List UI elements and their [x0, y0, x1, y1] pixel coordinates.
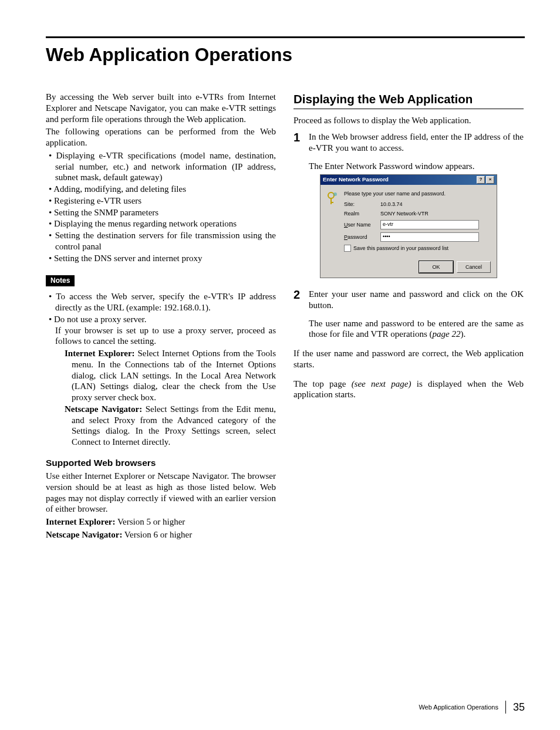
- after-para-1: If the user name and password are correc…: [294, 348, 524, 370]
- right-column: Displaying the Web Application Proceed a…: [294, 92, 524, 542]
- page-ref: page 22: [433, 329, 461, 339]
- key-icon: [326, 191, 339, 256]
- operations-list: Displaying e-VTR specifications (model n…: [46, 150, 276, 264]
- op-item: Displaying e-VTR specifications (model n…: [55, 150, 276, 183]
- footer-separator: [505, 701, 506, 714]
- realm-value: SONY Network-VTR: [380, 211, 491, 217]
- svg-rect-1: [330, 198, 332, 204]
- save-password-row[interactable]: Save this password in your password list: [344, 245, 491, 252]
- ie-version: Internet Explorer: Version 5 or higher: [46, 516, 276, 528]
- password-label: Password: [344, 234, 380, 241]
- step1-text-a: In the Web browser address field, enter …: [309, 131, 524, 154]
- close-icon[interactable]: ×: [486, 176, 494, 184]
- site-value: 10.0.3.74: [380, 201, 491, 208]
- left-column: By accessing the Web server built into e…: [46, 92, 276, 542]
- nn-ver-label: Netscape Navigator:: [46, 530, 122, 539]
- password-input[interactable]: ••••: [380, 232, 479, 242]
- browsers-heading: Supported Web browsers: [46, 457, 276, 468]
- step-number: 1: [294, 131, 302, 171]
- right-intro: Proceed as follows to display the Web ap…: [294, 115, 524, 126]
- page-title: Web Application Operations: [46, 44, 525, 66]
- nn-version: Netscape Navigator: Version 6 or higher: [46, 529, 276, 540]
- step2-text-b: The user name and password to be entered…: [309, 318, 524, 340]
- ok-button[interactable]: OK: [419, 261, 453, 273]
- cancel-button[interactable]: Cancel: [457, 261, 491, 273]
- step-1: 1 In the Web browser address field, ente…: [294, 131, 524, 171]
- top-rule: [46, 36, 525, 38]
- step1-text-b: The Enter Network Password window appear…: [309, 161, 524, 172]
- page-number: 35: [513, 701, 525, 714]
- op-item: Adding, modifying, and deleting files: [55, 184, 276, 195]
- op-item: Registering e-VTR users: [55, 195, 276, 207]
- site-label: Site:: [344, 201, 380, 208]
- page-ref: (see next page): [352, 379, 411, 388]
- intro-para-1: By accessing the Web server built into e…: [46, 92, 276, 124]
- svg-point-0: [328, 192, 334, 198]
- page-footer: Web Application Operations 35: [419, 701, 525, 714]
- notes-list: To access the Web server, specify the e-…: [46, 291, 276, 448]
- dialog-titlebar: Enter Network Password ? ×: [321, 175, 497, 185]
- nn-ver-text: Version 6 or higher: [122, 530, 192, 539]
- save-password-label: Save this password in your password list: [353, 245, 448, 252]
- after-para-2: The top page (see next page) is displaye…: [294, 378, 524, 401]
- username-input[interactable]: e-vtr: [380, 220, 479, 229]
- dialog-prompt: Please type your user name and password.: [344, 191, 491, 197]
- step2-text-a: Enter your user name and password and cl…: [309, 289, 524, 311]
- nn-label: Netscape Navigator:: [65, 404, 142, 414]
- notes-heading: Notes: [46, 275, 75, 286]
- save-password-checkbox[interactable]: [344, 245, 351, 252]
- section-heading: Displaying the Web Application: [294, 92, 524, 109]
- note2-sub: If your browser is set up to use a proxy…: [55, 325, 276, 347]
- password-dialog: Enter Network Password ? ×: [320, 174, 497, 278]
- op-item: Setting the SNMP parameters: [55, 207, 276, 218]
- nn-instruction: Netscape Navigator: Select Settings from…: [55, 404, 276, 448]
- svg-rect-2: [330, 202, 333, 203]
- step-2: 2 Enter your user name and password and …: [294, 289, 524, 340]
- ie-ver-label: Internet Explorer:: [46, 517, 115, 526]
- ie-label: Internet Explorer:: [65, 349, 135, 358]
- note2-text: Do not use a proxy server.: [54, 315, 146, 324]
- realm-label: Realm: [344, 211, 380, 217]
- op-item: Setting the destination servers for file…: [55, 230, 276, 252]
- intro-para-2: The following operations can be performe…: [46, 126, 276, 148]
- op-item: Displaying the menus regarding network o…: [55, 218, 276, 229]
- op-item: Setting the DNS server and internet prox…: [55, 253, 276, 264]
- help-icon[interactable]: ?: [477, 176, 485, 184]
- note-item: Do not use a proxy server. If your brows…: [55, 314, 276, 448]
- ie-ver-text: Version 5 or higher: [115, 517, 185, 526]
- browsers-para: Use either Internet Explorer or Netscape…: [46, 471, 276, 515]
- footer-caption: Web Application Operations: [419, 704, 498, 711]
- username-label: User Name: [344, 222, 380, 228]
- ie-instruction: Internet Explorer: Select Internet Optio…: [55, 348, 276, 403]
- note-item: To access the Web server, specify the e-…: [55, 291, 276, 313]
- dialog-title-text: Enter Network Password: [323, 176, 389, 182]
- svg-point-3: [333, 192, 337, 196]
- step-number: 2: [294, 289, 302, 340]
